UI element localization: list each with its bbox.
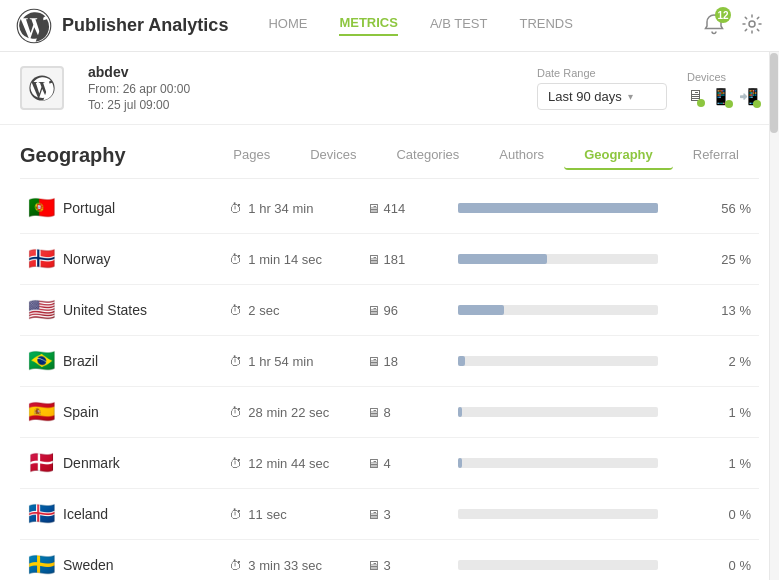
bar-fill [458,254,547,264]
time-cell: ⏱28 min 22 sec [221,387,358,438]
screen-icon: 🖥 [367,558,380,573]
tab-authors[interactable]: Authors [479,141,564,170]
time-cell: ⏱1 min 14 sec [221,234,358,285]
tab-referral[interactable]: Referral [673,141,759,170]
country-cell: 🇵🇹 Portugal [20,183,221,234]
percentage-cell: 0 % [702,489,759,540]
clock-icon: ⏱ [229,456,242,471]
table-row: 🇵🇹 Portugal ⏱1 hr 34 min 🖥414 56 % [20,183,759,234]
clock-icon: ⏱ [229,303,242,318]
country-name: Brazil [63,353,98,369]
content-header: Geography Pages Devices Categories Autho… [20,125,759,179]
country-cell: 🇩🇰 Denmark [20,438,221,489]
tablet-active-dot [725,100,733,108]
bar-cell [450,285,702,336]
bar-background [458,254,658,264]
bar-background [458,458,658,468]
country-flag: 🇮🇸 [28,501,55,527]
header: Publisher Analytics HOME METRICS A/B TES… [0,0,779,52]
table-row: 🇩🇰 Denmark ⏱12 min 44 sec 🖥4 1 % [20,438,759,489]
tablet-icon[interactable]: 📱 [711,87,731,106]
mobile-active-dot [753,100,761,108]
device-icon-group: 🖥 📱 📲 [687,87,759,106]
time-cell: ⏱11 sec [221,489,358,540]
nav-ab-test[interactable]: A/B TEST [430,16,488,35]
header-actions: 12 [703,13,763,38]
country-flag: 🇵🇹 [28,195,55,221]
clock-icon: ⏱ [229,354,242,369]
percentage-cell: 1 % [702,438,759,489]
page-title: Geography [20,144,200,167]
date-range-filter: Date Range Last 90 days ▾ [537,67,667,110]
percentage-cell: 0 % [702,540,759,581]
desktop-icon[interactable]: 🖥 [687,87,703,105]
clock-icon: ⏱ [229,558,242,573]
nav-trends[interactable]: TRENDS [519,16,572,35]
country-cell: 🇮🇸 Iceland [20,489,221,540]
bar-cell [450,387,702,438]
country-name: Spain [63,404,99,420]
sub-header: abdev From: 26 apr 00:00 To: 25 jul 09:0… [0,52,779,125]
logo-area: Publisher Analytics [16,8,228,44]
country-name: Denmark [63,455,120,471]
bar-background [458,203,658,213]
settings-button[interactable] [741,13,763,38]
tab-bar: Pages Devices Categories Authors Geograp… [200,141,759,170]
visits-cell: 🖥18 [359,336,451,387]
table-row: 🇮🇸 Iceland ⏱11 sec 🖥3 0 % [20,489,759,540]
time-cell: ⏱12 min 44 sec [221,438,358,489]
country-flag: 🇸🇪 [28,552,55,578]
scrollbar[interactable] [769,52,779,580]
country-cell: 🇳🇴 Norway [20,234,221,285]
clock-icon: ⏱ [229,507,242,522]
desktop-active-dot [697,99,705,107]
bar-cell [450,336,702,387]
account-info: abdev From: 26 apr 00:00 To: 25 jul 09:0… [88,64,190,112]
bar-cell [450,540,702,581]
screen-icon: 🖥 [367,252,380,267]
country-cell: 🇧🇷 Brazil [20,336,221,387]
percentage-cell: 2 % [702,336,759,387]
country-cell: 🇺🇸 United States [20,285,221,336]
nav-metrics[interactable]: METRICS [339,15,398,36]
devices-label: Devices [687,71,759,83]
bar-background [458,305,658,315]
main-nav: HOME METRICS A/B TEST TRENDS [268,15,703,36]
country-flag: 🇧🇷 [28,348,55,374]
screen-icon: 🖥 [367,354,380,369]
table-row: 🇸🇪 Sweden ⏱3 min 33 sec 🖥3 0 % [20,540,759,581]
country-name: United States [63,302,147,318]
percentage-cell: 56 % [702,183,759,234]
bar-cell [450,438,702,489]
account-from: From: 26 apr 00:00 [88,82,190,96]
country-name: Norway [63,251,110,267]
notifications-button[interactable]: 12 [703,13,725,38]
country-name: Iceland [63,506,108,522]
tab-pages[interactable]: Pages [213,141,290,170]
mobile-icon[interactable]: 📲 [739,87,759,106]
account-name: abdev [88,64,190,80]
bar-background [458,509,658,519]
date-range-label: Date Range [537,67,667,79]
time-cell: ⏱2 sec [221,285,358,336]
date-range-select[interactable]: Last 90 days ▾ [537,83,667,110]
table-row: 🇺🇸 United States ⏱2 sec 🖥96 13 % [20,285,759,336]
bar-fill [458,203,658,213]
country-flag: 🇳🇴 [28,246,55,272]
bar-fill [458,305,504,315]
time-cell: ⏱3 min 33 sec [221,540,358,581]
wordpress-small-icon [28,74,56,102]
country-flag: 🇪🇸 [28,399,55,425]
screen-icon: 🖥 [367,507,380,522]
scrollbar-thumb[interactable] [770,53,778,133]
screen-icon: 🖥 [367,405,380,420]
bar-cell [450,183,702,234]
gear-icon [741,13,763,35]
tab-categories[interactable]: Categories [376,141,479,170]
country-cell: 🇸🇪 Sweden [20,540,221,581]
tab-devices[interactable]: Devices [290,141,376,170]
bar-fill [458,458,462,468]
visits-cell: 🖥181 [359,234,451,285]
tab-geography[interactable]: Geography [564,141,673,170]
nav-home[interactable]: HOME [268,16,307,35]
